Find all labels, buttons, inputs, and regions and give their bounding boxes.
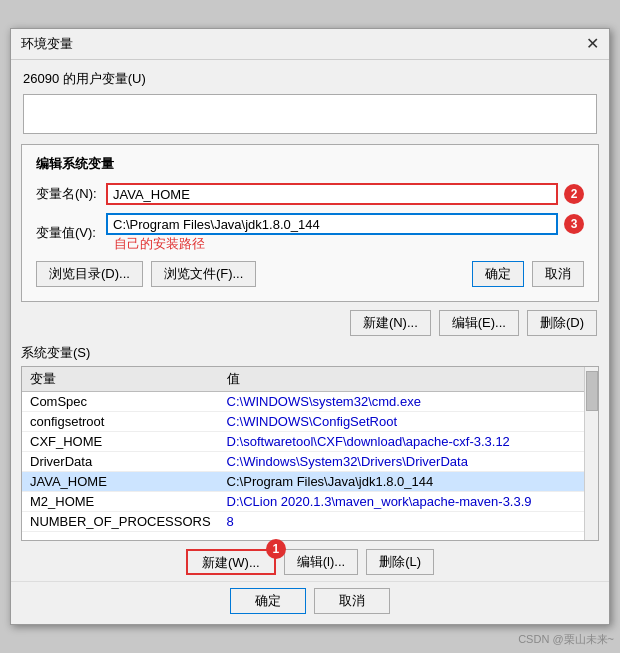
edit-sys-btn[interactable]: 编辑(E)...: [439, 310, 519, 336]
var-value-label: 变量值(V):: [36, 224, 106, 242]
delete-l-button[interactable]: 删除(L): [366, 549, 434, 575]
var-name-cell: NUMBER_OF_PROCESSORS: [22, 512, 219, 532]
var-name-label: 变量名(N):: [36, 185, 106, 203]
var-value-input[interactable]: [106, 213, 558, 235]
table-row[interactable]: JAVA_HOMEC:\Program Files\Java\jdk1.8.0_…: [22, 472, 598, 492]
table-row[interactable]: M2_HOMED:\CLion 2020.1.3\maven_work\apac…: [22, 492, 598, 512]
window-title: 环境变量: [21, 35, 73, 53]
edit-box-buttons: 浏览目录(D)... 浏览文件(F)... 确定 取消: [36, 261, 584, 287]
var-value-row: 变量值(V): 3 自己的安装路径: [36, 213, 584, 253]
var-value-cell: C:\WINDOWS\ConfigSetRoot: [219, 412, 598, 432]
sys-vars-buttons: 新建(W)... 1 编辑(l)... 删除(L): [11, 545, 609, 581]
browse-dir-button[interactable]: 浏览目录(D)...: [36, 261, 143, 287]
var-value-cell: C:\Program Files\Java\jdk1.8.0_144: [219, 472, 598, 492]
var-value-cell: D:\CLion 2020.1.3\maven_work\apache-mave…: [219, 492, 598, 512]
table-row[interactable]: DriverDataC:\Windows\System32\Drivers\Dr…: [22, 452, 598, 472]
scrollbar-thumb: [586, 371, 598, 411]
var-name-row: 变量名(N): 2: [36, 183, 584, 205]
table-row[interactable]: NUMBER_OF_PROCESSORS8: [22, 512, 598, 532]
ok-button[interactable]: 确定: [472, 261, 524, 287]
main-window: 环境变量 ✕ 26090 的用户变量(U) 编辑系统变量 变量名(N): 2 变…: [10, 28, 610, 625]
new-sys-btn[interactable]: 新建(N)...: [350, 310, 431, 336]
sys-vars-table: 变量 值 ComSpecC:\WINDOWS\system32\cmd.exec…: [22, 367, 598, 532]
sys-vars-section: 系统变量(S) 变量 值 ComSpecC:\WINDOWS\system32\…: [21, 344, 599, 541]
col-val-header: 值: [219, 367, 598, 392]
edit-box-title: 编辑系统变量: [36, 155, 584, 173]
close-button[interactable]: ✕: [586, 36, 599, 52]
var-value-cell: C:\Windows\System32\Drivers\DriverData: [219, 452, 598, 472]
scrollbar[interactable]: [584, 367, 598, 540]
user-vars-label: 26090 的用户变量(U): [23, 66, 597, 90]
table-row[interactable]: ComSpecC:\WINDOWS\system32\cmd.exe: [22, 392, 598, 412]
var-value-cell: 8: [219, 512, 598, 532]
var-name-cell: M2_HOME: [22, 492, 219, 512]
window-footer-buttons: 确定 取消: [11, 581, 609, 624]
var-name-cell: DriverData: [22, 452, 219, 472]
var-name-input[interactable]: [106, 183, 558, 205]
var-name-cell: configsetroot: [22, 412, 219, 432]
footer-cancel-button[interactable]: 取消: [314, 588, 390, 614]
edit-l-button[interactable]: 编辑(l)...: [284, 549, 358, 575]
badge-3: 3: [564, 214, 584, 234]
sys-vars-table-wrapper: 变量 值 ComSpecC:\WINDOWS\system32\cmd.exec…: [21, 366, 599, 541]
title-bar: 环境变量 ✕: [11, 29, 609, 60]
user-vars-section: 26090 的用户变量(U): [11, 60, 609, 140]
var-name-cell: ComSpec: [22, 392, 219, 412]
table-row[interactable]: CXF_HOMED:\softwaretool\CXF\download\apa…: [22, 432, 598, 452]
var-name-cell: CXF_HOME: [22, 432, 219, 452]
edit-system-var-box: 编辑系统变量 变量名(N): 2 变量值(V): 3 自己的安装路径 浏览目录(…: [21, 144, 599, 302]
table-row[interactable]: configsetrootC:\WINDOWS\ConfigSetRoot: [22, 412, 598, 432]
new-w-button[interactable]: 新建(W)...: [186, 549, 276, 575]
var-value-cell: D:\softwaretool\CXF\download\apache-cxf-…: [219, 432, 598, 452]
watermark: CSDN @栗山未来~: [518, 632, 614, 647]
footer-ok-button[interactable]: 确定: [230, 588, 306, 614]
browse-file-button[interactable]: 浏览文件(F)...: [151, 261, 256, 287]
col-var-header: 变量: [22, 367, 219, 392]
sys-vars-label: 系统变量(S): [21, 344, 599, 362]
delete-sys-btn[interactable]: 删除(D): [527, 310, 597, 336]
sys-vars-top-actions: 新建(N)... 编辑(E)... 删除(D): [11, 308, 609, 338]
cancel-button[interactable]: 取消: [532, 261, 584, 287]
var-value-cell: C:\WINDOWS\system32\cmd.exe: [219, 392, 598, 412]
badge-1: 1: [266, 539, 286, 559]
badge-2: 2: [564, 184, 584, 204]
var-name-cell: JAVA_HOME: [22, 472, 219, 492]
user-vars-panel: [23, 94, 597, 134]
annotation-text: 自己的安装路径: [114, 235, 584, 253]
